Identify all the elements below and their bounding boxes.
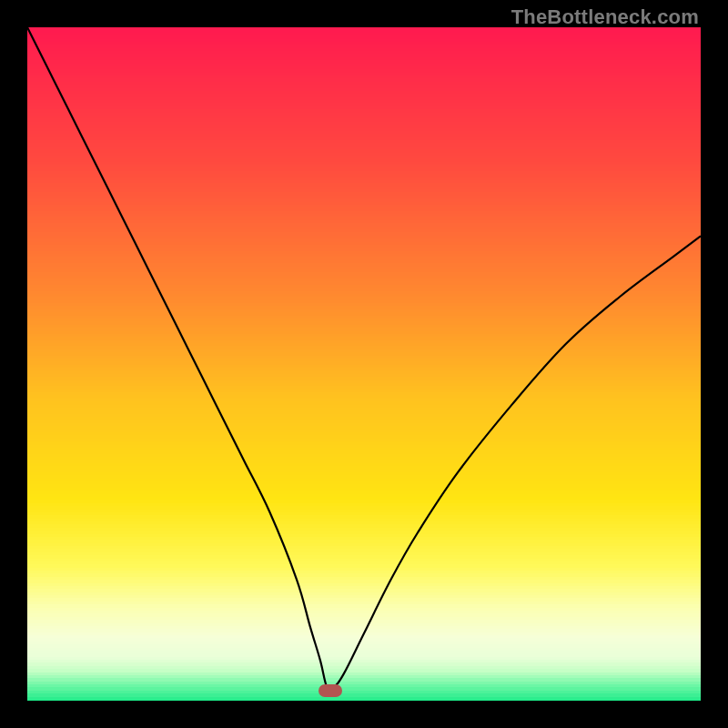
bottleneck-curve — [27, 27, 701, 701]
plot-area — [27, 27, 701, 701]
optimal-marker — [318, 684, 342, 697]
frame: TheBottleneck.com — [0, 0, 728, 728]
watermark-text: TheBottleneck.com — [511, 5, 699, 29]
